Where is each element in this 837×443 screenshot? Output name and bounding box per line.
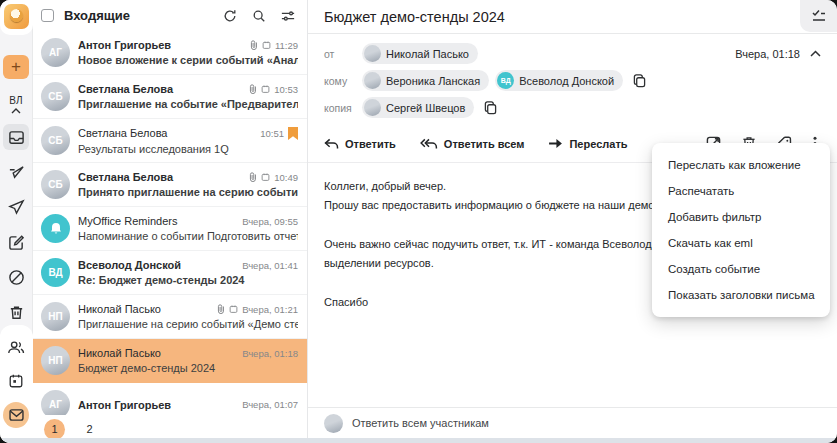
- initials-avatar: ВД: [497, 72, 514, 89]
- send-scheduled-icon[interactable]: [3, 159, 29, 185]
- email-timestamp: Вчера, 01:18: [735, 48, 800, 60]
- sender-name: Светлана Белова: [78, 127, 256, 139]
- email-subject: Напоминание о событии Подготовить отчет.…: [78, 230, 298, 242]
- trash-folder-icon[interactable]: [3, 299, 29, 325]
- sender-name: Николай Пасько: [78, 303, 212, 315]
- email-list-panel: Входящие АГ Антон Григорьев: [33, 0, 308, 443]
- contacts-icon[interactable]: [3, 334, 29, 360]
- drafts-compose-icon[interactable]: [3, 229, 29, 255]
- from-contact-chip[interactable]: Николай Пасько: [362, 43, 478, 64]
- email-list-item[interactable]: MyOffice Reminders Вчера, 09:55 Напомина…: [33, 207, 307, 251]
- email-list: АГ Антон Григорьев 11:29 Новое вложение …: [33, 31, 307, 415]
- inbox-folder-icon[interactable]: [3, 124, 29, 150]
- contact-name: Всеволод Донской: [519, 75, 614, 87]
- page-button-2[interactable]: 2: [79, 419, 100, 440]
- email-time: 11:29: [275, 40, 298, 51]
- more-actions-menu: Переслать как вложение Распечатать Добав…: [652, 143, 830, 317]
- avatar: НП: [41, 302, 70, 331]
- cc-contact-chip[interactable]: Сергей Швецов: [362, 97, 474, 118]
- search-icon[interactable]: [252, 9, 266, 23]
- avatar: НП: [41, 346, 70, 375]
- avatar: АГ: [41, 390, 70, 415]
- email-list-item-selected[interactable]: НП Николай Пасько Вчера, 01:18 Бюджет де…: [33, 339, 307, 383]
- collapse-details-chevron-icon[interactable]: [810, 50, 821, 57]
- email-title: Бюджет демо-стенды 2024: [324, 9, 821, 25]
- filters-icon[interactable]: [281, 9, 295, 23]
- email-subject: Приглашение на событие «Предварительно..…: [78, 98, 298, 110]
- calendar-app-icon[interactable]: [3, 368, 29, 394]
- menu-item-create-event[interactable]: Создать событие: [652, 256, 830, 282]
- email-time: Вчера, 01:07: [242, 399, 298, 410]
- email-list-item[interactable]: СБ Светлана Белова 10:53 Приглашение на …: [33, 75, 307, 119]
- attachment-icon: [216, 304, 225, 314]
- contact-name: Сергей Швецов: [386, 102, 465, 114]
- email-time: 10:53: [274, 84, 298, 95]
- menu-item-show-headers[interactable]: Показать заголовки письма: [652, 282, 830, 308]
- window-bottom-edge: [0, 438, 837, 443]
- mail-app-window: + ВЛ: [0, 0, 837, 443]
- avatar: СБ: [41, 170, 70, 199]
- refresh-icon[interactable]: [223, 9, 237, 23]
- menu-item-forward-as-attachment[interactable]: Переслать как вложение: [652, 152, 830, 178]
- flag-bookmark-icon[interactable]: [288, 127, 298, 140]
- copy-recipients-icon[interactable]: [633, 74, 646, 88]
- reply-label: Ответить: [345, 138, 396, 150]
- menu-item-download-eml[interactable]: Скачать как eml: [652, 230, 830, 256]
- avatar: ВД: [41, 258, 70, 287]
- to-label: кому: [324, 75, 362, 87]
- email-subject: Приглашение на серию событий «Демо стен.…: [78, 318, 298, 330]
- compose-new-button[interactable]: +: [3, 55, 29, 79]
- email-subject: Принято приглашение на серию событий «..…: [78, 186, 298, 198]
- menu-item-add-filter[interactable]: Добавить фильтр: [652, 204, 830, 230]
- email-detail-panel: Бюджет демо-стенды 2024 от Николай Паськ…: [308, 0, 837, 443]
- app-switcher: [0, 325, 33, 443]
- app-logo[interactable]: [4, 4, 29, 29]
- email-time: 10:51: [260, 128, 284, 139]
- attachment-icon: [248, 84, 257, 94]
- page-button-1[interactable]: 1: [44, 419, 65, 440]
- forward-button[interactable]: Переслать: [548, 138, 627, 150]
- folder-title: Входящие: [64, 8, 130, 23]
- sent-folder-icon[interactable]: [3, 194, 29, 220]
- forward-label: Переслать: [569, 138, 627, 150]
- mail-app-icon-active[interactable]: [3, 402, 29, 428]
- email-list-item[interactable]: АГ Антон Григорьев 11:29 Новое вложение …: [33, 31, 307, 75]
- email-list-item[interactable]: СБ Светлана Белова 10:51 Результаты иссл…: [33, 119, 307, 163]
- calendar-icon: [229, 304, 238, 314]
- email-list-item[interactable]: СБ Светлана Белова 10:49 Принято приглаш…: [33, 163, 307, 207]
- select-all-checkbox[interactable]: [41, 9, 54, 22]
- spam-folder-icon[interactable]: [3, 264, 29, 290]
- email-time: Вчера, 01:21: [242, 304, 298, 315]
- email-subject: Бюджет демо-стенды 2024: [78, 362, 298, 374]
- contact-name: Вероника Ланская: [386, 75, 480, 87]
- to-contact-chip[interactable]: Вероника Ланская: [362, 70, 489, 91]
- quick-reply-placeholder: Ответить всем участникам: [352, 417, 489, 429]
- copy-cc-icon[interactable]: [484, 101, 497, 115]
- calendar-icon: [261, 172, 270, 182]
- email-list-item[interactable]: ВД Всеволод Донской Вчера, 01:41 Re: Бюд…: [33, 251, 307, 295]
- avatar: АГ: [41, 38, 70, 67]
- email-time: Вчера, 01:41: [242, 260, 298, 271]
- email-time: Вчера, 09:55: [242, 216, 298, 227]
- tasks-checklist-icon[interactable]: [800, 0, 837, 32]
- from-label: от: [324, 48, 362, 60]
- email-list-item[interactable]: АГ Антон Григорьев Вчера, 01:07: [33, 383, 307, 415]
- sender-name: Антон Григорьев: [78, 39, 245, 51]
- reply-all-label: Ответить всем: [444, 138, 525, 150]
- email-subject: Новое вложение к серии событий «Аналити.…: [78, 54, 298, 66]
- calendar-icon: [262, 40, 271, 50]
- contact-name: Николай Пасько: [386, 48, 469, 60]
- reply-button[interactable]: Ответить: [324, 138, 396, 150]
- calendar-icon: [261, 84, 270, 94]
- profile-initials[interactable]: ВЛ: [9, 95, 23, 106]
- email-list-item[interactable]: НП Николай Пасько Вчера, 01:21 Приглашен…: [33, 295, 307, 339]
- menu-item-print[interactable]: Распечатать: [652, 178, 830, 204]
- sender-name: Всеволод Донской: [78, 259, 238, 271]
- quick-reply-field[interactable]: Ответить всем участникам: [308, 407, 837, 438]
- chevron-up-icon[interactable]: [11, 108, 21, 114]
- avatar: СБ: [41, 126, 70, 155]
- app-rail: + ВЛ: [0, 0, 33, 443]
- to-contact-chip[interactable]: ВД Всеволод Донской: [495, 70, 623, 91]
- email-subject: Re: Бюджет демо-стенды 2024: [78, 274, 298, 286]
- reply-all-button[interactable]: Ответить всем: [420, 138, 525, 150]
